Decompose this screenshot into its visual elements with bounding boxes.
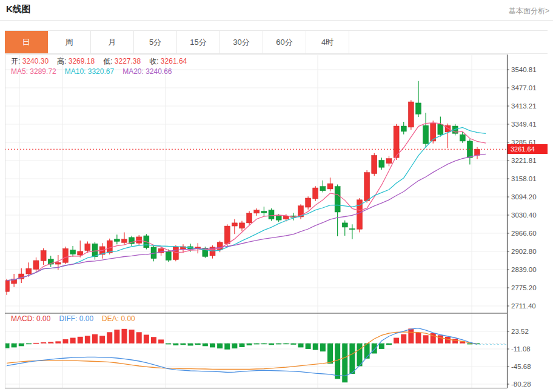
candle-body (55, 262, 61, 264)
candle-body (342, 223, 347, 227)
period-tab-5[interactable]: 30分 (220, 31, 263, 53)
macd-bar (224, 344, 230, 350)
axis-label: 2775.20 (511, 284, 537, 291)
macd-bar (269, 344, 274, 345)
macd-bar (158, 339, 164, 343)
candle-body (5, 281, 10, 291)
axis-label: 2902.80 (511, 248, 537, 255)
macd-bar (232, 344, 237, 348)
macd-bar (438, 335, 443, 343)
macd-bar (99, 336, 105, 344)
macd-bar (342, 344, 347, 383)
macd-bar (283, 344, 289, 345)
macd-bar (357, 344, 363, 367)
macd-bar (195, 344, 201, 345)
legend-item: DIFF: 0.00 (59, 314, 93, 323)
macd-bar (327, 344, 333, 364)
dea-line (7, 332, 477, 370)
axis-label: 2966.60 (511, 230, 537, 237)
macd-bar (19, 344, 24, 347)
page-title: K线图 (6, 4, 31, 15)
macd-bar (92, 334, 98, 344)
candle-body (78, 251, 83, 255)
legend-item: 低: 3227.38 (103, 57, 141, 65)
candle-body (254, 210, 260, 213)
axis-label: 2839.00 (511, 266, 537, 273)
fundamental-analysis-link[interactable]: 基本面分析> (509, 6, 549, 16)
axis-label: 3540.81 (511, 66, 537, 73)
macd-bar (445, 337, 451, 344)
candle-body (408, 102, 414, 127)
candle-body (33, 261, 39, 270)
axis-label: -11.08 (511, 345, 531, 353)
candle-body (114, 239, 119, 242)
macd-bar (48, 342, 53, 344)
ohlc-legend: 开: 3240.30高: 3269.18低: 3227.38收: 3261.64 (11, 56, 195, 67)
macd-bar (129, 330, 135, 344)
ma10-line (7, 127, 486, 281)
axis-label: 3221.81 (511, 157, 537, 164)
candle-body (423, 125, 429, 144)
macd-bar (240, 344, 245, 347)
candle-body (107, 241, 112, 253)
period-tab-7[interactable]: 4时 (306, 31, 349, 53)
period-tabs: 日周月5分15分30分60分4时 (5, 30, 548, 54)
axis-label: -80.28 (511, 380, 531, 388)
macd-bar (5, 344, 10, 348)
legend-item: 高: 3269.18 (57, 57, 95, 65)
macd-bar (188, 344, 193, 346)
macd-bar (349, 344, 355, 374)
macd-bar (408, 328, 414, 343)
candle-body (41, 251, 46, 261)
macd-bar (210, 344, 215, 348)
period-tab-0[interactable]: 日 (5, 31, 48, 53)
macd-bar (114, 330, 119, 344)
legend-item: DEA: 0.00 (102, 314, 135, 323)
candle-body (166, 251, 171, 260)
candle-body (335, 187, 340, 212)
candle-body (269, 210, 274, 219)
ma5-line (7, 123, 486, 281)
macd-bar (298, 344, 304, 348)
axis-label: 3158.01 (511, 175, 537, 182)
kline-chart[interactable]: 3540.813477.013413.213349.413285.613221.… (5, 55, 548, 388)
current-price-tag: 3261.64 (508, 144, 548, 154)
candle-body (475, 149, 480, 155)
candle-body (283, 216, 289, 219)
candle-body (394, 126, 399, 158)
macd-bar (70, 337, 76, 343)
candle-body (276, 216, 281, 221)
candle-body (386, 159, 392, 164)
macd-bar (254, 344, 260, 345)
macd-bar (203, 344, 208, 347)
ma-legend: MA5: 3289.72MA10: 3320.67MA20: 3240.66 (11, 67, 181, 76)
macd-bar (386, 344, 392, 345)
macd-bar (306, 344, 311, 349)
candle-body (401, 126, 406, 131)
period-tab-3[interactable]: 5分 (134, 31, 177, 53)
legend-item: MA10: 3320.67 (65, 67, 114, 76)
candle-body (232, 223, 237, 226)
candle-body (261, 211, 267, 213)
macd-bar (313, 344, 318, 350)
legend-item: MACD: 0.00 (11, 314, 50, 323)
macd-bar (12, 344, 17, 348)
candle-body (122, 239, 127, 243)
tabstrip-filler (349, 31, 548, 53)
axis-label: 3477.01 (511, 84, 537, 91)
macd-bar (335, 344, 340, 379)
macd-bar (33, 343, 39, 344)
period-tab-6[interactable]: 60分 (263, 31, 306, 53)
candle-body (92, 244, 98, 257)
ma20-line (7, 154, 486, 281)
candle-body (173, 247, 178, 260)
macd-bar (261, 344, 267, 345)
period-tab-1[interactable]: 周 (48, 31, 91, 53)
period-tab-4[interactable]: 15分 (177, 31, 220, 53)
period-tab-2[interactable]: 月 (91, 31, 134, 53)
candle-body (320, 187, 326, 191)
macd-bar (63, 339, 69, 344)
legend-item: MA5: 3289.72 (11, 67, 56, 76)
candle-body (85, 244, 90, 250)
axis-label: 3413.21 (511, 102, 537, 110)
